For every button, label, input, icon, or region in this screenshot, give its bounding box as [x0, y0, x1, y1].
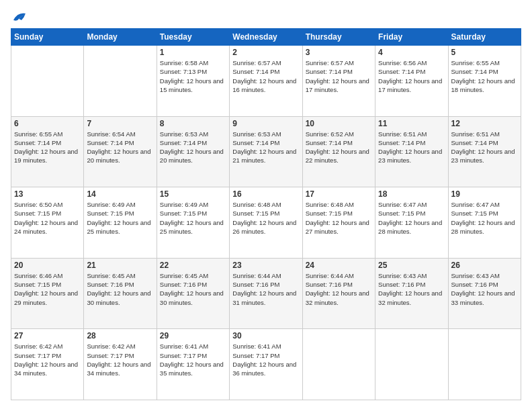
calendar-cell: 27Sunrise: 6:42 AM Sunset: 7:17 PM Dayli…	[11, 329, 84, 400]
day-number: 1	[160, 48, 226, 57]
calendar-cell	[448, 329, 521, 400]
calendar-cell: 2Sunrise: 6:57 AM Sunset: 7:14 PM Daylig…	[230, 46, 302, 117]
day-number: 6	[14, 119, 81, 128]
calendar-week-row: 13Sunrise: 6:50 AM Sunset: 7:15 PM Dayli…	[11, 187, 521, 259]
calendar-cell: 25Sunrise: 6:43 AM Sunset: 7:16 PM Dayli…	[375, 258, 448, 329]
calendar-cell: 19Sunrise: 6:47 AM Sunset: 7:15 PM Dayli…	[448, 187, 521, 259]
day-info: Sunrise: 6:45 AM Sunset: 7:16 PM Dayligh…	[87, 271, 153, 307]
day-info: Sunrise: 6:57 AM Sunset: 7:14 PM Dayligh…	[306, 58, 372, 94]
day-number: 17	[306, 189, 372, 199]
calendar-cell: 3Sunrise: 6:57 AM Sunset: 7:14 PM Daylig…	[302, 46, 375, 117]
calendar-week-row: 20Sunrise: 6:46 AM Sunset: 7:15 PM Dayli…	[11, 258, 521, 329]
day-number: 30	[232, 331, 299, 340]
day-number: 7	[87, 119, 153, 128]
day-info: Sunrise: 6:50 AM Sunset: 7:15 PM Dayligh…	[14, 200, 81, 236]
day-number: 28	[87, 331, 153, 340]
calendar-cell	[302, 329, 375, 400]
calendar-cell: 13Sunrise: 6:50 AM Sunset: 7:15 PM Dayli…	[11, 187, 84, 259]
calendar-cell: 1Sunrise: 6:58 AM Sunset: 7:13 PM Daylig…	[157, 46, 229, 117]
day-number: 22	[160, 261, 226, 270]
calendar-cell: 9Sunrise: 6:53 AM Sunset: 7:14 PM Daylig…	[230, 116, 302, 187]
calendar-cell: 14Sunrise: 6:49 AM Sunset: 7:15 PM Dayli…	[84, 187, 157, 259]
day-number: 24	[306, 261, 372, 270]
day-info: Sunrise: 6:42 AM Sunset: 7:17 PM Dayligh…	[14, 342, 81, 377]
day-of-week-header: Wednesday	[230, 29, 302, 46]
day-number: 13	[14, 189, 81, 199]
day-info: Sunrise: 6:46 AM Sunset: 7:15 PM Dayligh…	[14, 271, 81, 307]
calendar-cell: 24Sunrise: 6:44 AM Sunset: 7:16 PM Dayli…	[302, 258, 375, 329]
day-info: Sunrise: 6:47 AM Sunset: 7:15 PM Dayligh…	[378, 200, 445, 236]
calendar-week-row: 6Sunrise: 6:55 AM Sunset: 7:14 PM Daylig…	[11, 116, 521, 187]
day-of-week-header: Tuesday	[157, 29, 229, 46]
calendar-week-row: 27Sunrise: 6:42 AM Sunset: 7:17 PM Dayli…	[11, 329, 521, 400]
calendar-cell: 16Sunrise: 6:48 AM Sunset: 7:15 PM Dayli…	[230, 187, 302, 259]
calendar-cell: 4Sunrise: 6:56 AM Sunset: 7:14 PM Daylig…	[375, 46, 448, 117]
day-info: Sunrise: 6:41 AM Sunset: 7:17 PM Dayligh…	[232, 342, 299, 377]
day-number: 11	[378, 119, 445, 128]
day-info: Sunrise: 6:55 AM Sunset: 7:14 PM Dayligh…	[451, 58, 518, 94]
day-of-week-header: Thursday	[302, 29, 375, 46]
day-info: Sunrise: 6:48 AM Sunset: 7:15 PM Dayligh…	[306, 200, 372, 236]
day-of-week-header: Saturday	[448, 29, 521, 46]
day-info: Sunrise: 6:43 AM Sunset: 7:16 PM Dayligh…	[378, 271, 445, 307]
calendar-cell: 12Sunrise: 6:51 AM Sunset: 7:14 PM Dayli…	[448, 116, 521, 187]
day-of-week-header: Monday	[84, 29, 157, 46]
day-number: 23	[232, 261, 299, 270]
day-info: Sunrise: 6:52 AM Sunset: 7:14 PM Dayligh…	[306, 130, 372, 165]
day-number: 27	[14, 331, 81, 340]
calendar-cell: 29Sunrise: 6:41 AM Sunset: 7:17 PM Dayli…	[157, 329, 229, 400]
logo	[11, 11, 27, 20]
calendar-cell	[11, 46, 84, 117]
calendar-cell: 7Sunrise: 6:54 AM Sunset: 7:14 PM Daylig…	[84, 116, 157, 187]
day-info: Sunrise: 6:45 AM Sunset: 7:16 PM Dayligh…	[160, 271, 226, 307]
calendar-header-row: SundayMondayTuesdayWednesdayThursdayFrid…	[11, 29, 521, 46]
calendar-cell: 18Sunrise: 6:47 AM Sunset: 7:15 PM Dayli…	[375, 187, 448, 259]
day-info: Sunrise: 6:41 AM Sunset: 7:17 PM Dayligh…	[160, 342, 226, 377]
day-info: Sunrise: 6:43 AM Sunset: 7:16 PM Dayligh…	[451, 271, 518, 307]
day-info: Sunrise: 6:42 AM Sunset: 7:17 PM Dayligh…	[87, 342, 153, 377]
day-info: Sunrise: 6:49 AM Sunset: 7:15 PM Dayligh…	[160, 200, 226, 236]
day-info: Sunrise: 6:53 AM Sunset: 7:14 PM Dayligh…	[232, 130, 299, 165]
calendar-cell: 21Sunrise: 6:45 AM Sunset: 7:16 PM Dayli…	[84, 258, 157, 329]
calendar-week-row: 1Sunrise: 6:58 AM Sunset: 7:13 PM Daylig…	[11, 46, 521, 117]
day-number: 19	[451, 189, 518, 199]
calendar-cell: 28Sunrise: 6:42 AM Sunset: 7:17 PM Dayli…	[84, 329, 157, 400]
day-of-week-header: Sunday	[11, 29, 84, 46]
calendar-cell: 5Sunrise: 6:55 AM Sunset: 7:14 PM Daylig…	[448, 46, 521, 117]
day-number: 16	[232, 189, 299, 199]
day-info: Sunrise: 6:44 AM Sunset: 7:16 PM Dayligh…	[232, 271, 299, 307]
day-number: 26	[451, 261, 518, 270]
calendar-cell: 17Sunrise: 6:48 AM Sunset: 7:15 PM Dayli…	[302, 187, 375, 259]
day-number: 25	[378, 261, 445, 270]
calendar-cell: 15Sunrise: 6:49 AM Sunset: 7:15 PM Dayli…	[157, 187, 229, 259]
calendar-table: SundayMondayTuesdayWednesdayThursdayFrid…	[11, 28, 521, 400]
day-number: 20	[14, 261, 81, 270]
day-number: 5	[451, 48, 518, 57]
calendar-cell: 20Sunrise: 6:46 AM Sunset: 7:15 PM Dayli…	[11, 258, 84, 329]
calendar-cell	[375, 329, 448, 400]
calendar-cell	[84, 46, 157, 117]
day-info: Sunrise: 6:44 AM Sunset: 7:16 PM Dayligh…	[306, 271, 372, 307]
day-info: Sunrise: 6:51 AM Sunset: 7:14 PM Dayligh…	[378, 130, 445, 165]
day-number: 3	[306, 48, 372, 57]
day-info: Sunrise: 6:55 AM Sunset: 7:14 PM Dayligh…	[14, 130, 81, 165]
day-of-week-header: Friday	[375, 29, 448, 46]
page: SundayMondayTuesdayWednesdayThursdayFrid…	[0, 0, 532, 411]
day-number: 29	[160, 331, 226, 340]
day-info: Sunrise: 6:57 AM Sunset: 7:14 PM Dayligh…	[232, 58, 299, 94]
logo-bird-icon	[12, 11, 27, 23]
calendar-cell: 8Sunrise: 6:53 AM Sunset: 7:14 PM Daylig…	[157, 116, 229, 187]
day-info: Sunrise: 6:51 AM Sunset: 7:14 PM Dayligh…	[451, 130, 518, 165]
day-info: Sunrise: 6:54 AM Sunset: 7:14 PM Dayligh…	[87, 130, 153, 165]
day-number: 18	[378, 189, 445, 199]
day-number: 14	[87, 189, 153, 199]
calendar-cell: 11Sunrise: 6:51 AM Sunset: 7:14 PM Dayli…	[375, 116, 448, 187]
day-info: Sunrise: 6:49 AM Sunset: 7:15 PM Dayligh…	[87, 200, 153, 236]
day-info: Sunrise: 6:56 AM Sunset: 7:14 PM Dayligh…	[378, 58, 445, 94]
header	[11, 11, 521, 20]
calendar-cell: 10Sunrise: 6:52 AM Sunset: 7:14 PM Dayli…	[302, 116, 375, 187]
day-number: 10	[306, 119, 372, 128]
day-info: Sunrise: 6:58 AM Sunset: 7:13 PM Dayligh…	[160, 58, 226, 94]
calendar-cell: 23Sunrise: 6:44 AM Sunset: 7:16 PM Dayli…	[230, 258, 302, 329]
day-number: 4	[378, 48, 445, 57]
